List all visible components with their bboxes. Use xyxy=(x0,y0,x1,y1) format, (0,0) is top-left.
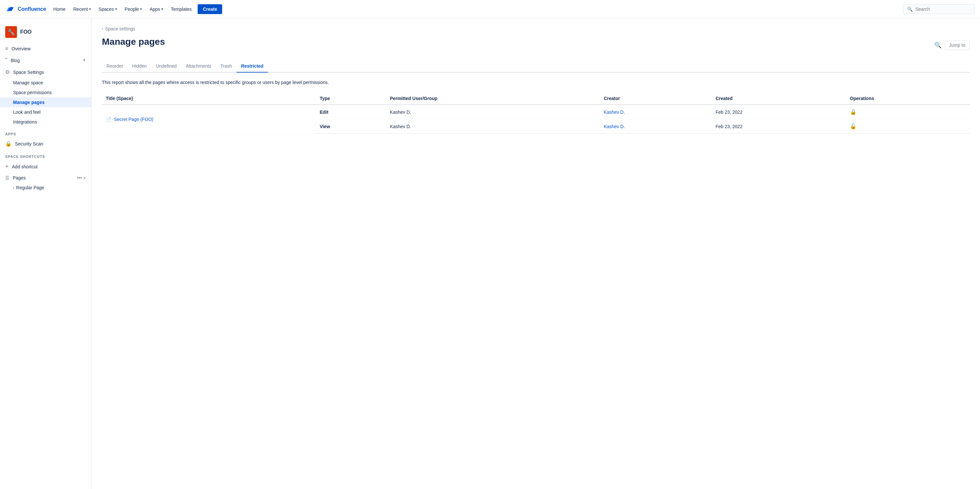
space-name: FOO xyxy=(20,29,32,35)
jump-to-button[interactable]: Jump to xyxy=(945,40,970,50)
row1-created: Feb 23, 2022 xyxy=(711,105,846,119)
plus-icon: + xyxy=(5,163,9,170)
blog-add-icon[interactable]: + xyxy=(82,57,86,64)
col-created: Created xyxy=(711,92,846,105)
shortcuts-section-label: SPACE SHORTCUTS xyxy=(0,150,91,161)
pages-label: Pages xyxy=(13,175,26,180)
pages-table: Title (Space) Type Permitted User/Group … xyxy=(102,92,970,134)
space-header: 🔧 FOO xyxy=(0,24,91,43)
row2-type: View xyxy=(316,119,386,134)
pages-add-icon[interactable]: + xyxy=(83,175,86,180)
col-creator: Creator xyxy=(600,92,711,105)
apps-section-label: APPS xyxy=(0,127,91,138)
col-title: Title (Space) xyxy=(102,92,316,105)
pages-more-icon[interactable]: ••• xyxy=(77,175,82,180)
row1-title: 📄 Secret Page (FOO) xyxy=(102,105,316,134)
sidebar-item-overview[interactable]: ≡ Overview xyxy=(0,43,91,54)
row2-operations: 🔓 xyxy=(846,119,970,134)
page-header-row: Manage pages 🔍 Jump to xyxy=(102,37,970,54)
logo[interactable]: Confluence xyxy=(5,4,46,14)
sidebar-security-scan-label: Security Scan xyxy=(15,141,86,147)
sidebar-item-security-scan[interactable]: 🔒 Security Scan xyxy=(0,138,91,150)
creator-link[interactable]: Kashev D. xyxy=(604,124,625,129)
chevron-down-icon: ▾ xyxy=(140,7,142,11)
add-shortcut-label: Add shortcut xyxy=(12,164,38,169)
main-content: ‹ Space settings Manage pages 🔍 Jump to … xyxy=(91,18,980,489)
search-box[interactable]: 🔍 xyxy=(903,4,975,14)
tab-hidden[interactable]: Hidden xyxy=(128,60,151,73)
col-operations: Operations xyxy=(846,92,970,105)
row2-created: Feb 23, 2022 xyxy=(711,119,846,134)
tabs-container: Reorder Hidden Undefined Attachments Tra… xyxy=(102,60,970,73)
lock-icon: 🔒 xyxy=(5,140,12,147)
sidebar-item-integrations[interactable]: Integrations xyxy=(0,117,91,127)
search-input[interactable] xyxy=(915,6,970,12)
nav-people[interactable]: People ▾ xyxy=(121,5,145,14)
pages-icon: ☰ xyxy=(5,175,10,180)
row2-permitted: Kashev D. xyxy=(386,119,600,134)
confluence-logo-text: Confluence xyxy=(18,6,46,12)
row1-permitted: Kashev D. xyxy=(386,105,600,119)
topnav: Confluence Home Recent ▾ Spaces ▾ People… xyxy=(0,0,980,18)
row1-operations: 🔒 xyxy=(846,105,970,119)
nav-apps[interactable]: Apps ▾ xyxy=(146,5,166,14)
col-permitted: Permitted User/Group xyxy=(386,92,600,105)
search-icon: 🔍 xyxy=(907,6,913,12)
lock-icon[interactable]: 🔓 xyxy=(850,124,856,129)
blog-icon: " xyxy=(5,57,7,64)
tab-undefined[interactable]: Undefined xyxy=(151,60,181,73)
search-icon-header[interactable]: 🔍 xyxy=(934,41,942,49)
row1-type: Edit xyxy=(316,105,386,119)
report-description: This report shows all the pages where ac… xyxy=(102,79,970,86)
pages-actions: ••• + xyxy=(77,175,86,180)
page-title: Manage pages xyxy=(102,37,165,47)
nav-templates[interactable]: Templates xyxy=(167,5,195,14)
add-shortcut[interactable]: + Add shortcut xyxy=(0,161,91,173)
chevron-down-icon: ▾ xyxy=(89,7,91,11)
row1-creator: Kashev D. xyxy=(600,105,711,119)
sidebar-page-regular-page-label: Regular Page xyxy=(16,185,45,190)
space-icon: 🔧 xyxy=(5,26,17,38)
table-row: 📄 Secret Page (FOO) Edit Kashev D. Kashe… xyxy=(102,105,970,119)
page-link[interactable]: Secret Page (FOO) xyxy=(114,117,154,122)
bullet-icon: • xyxy=(13,186,14,190)
nav-home[interactable]: Home xyxy=(50,5,68,14)
overview-icon: ≡ xyxy=(5,46,8,52)
tab-attachments[interactable]: Attachments xyxy=(181,60,216,73)
nav-recent[interactable]: Recent ▾ xyxy=(70,5,94,14)
breadcrumb[interactable]: ‹ Space settings xyxy=(102,26,970,31)
tab-trash[interactable]: Trash xyxy=(216,60,237,73)
chevron-down-icon: ▾ xyxy=(161,7,163,11)
nav-spaces[interactable]: Spaces ▾ xyxy=(95,5,120,14)
sidebar-item-look-and-feel[interactable]: Look and feel xyxy=(0,107,91,117)
pages-header[interactable]: ☰ Pages ••• + xyxy=(0,173,91,183)
sidebar-item-space-permissions[interactable]: Space permissions xyxy=(0,88,91,97)
sidebar-item-manage-space[interactable]: Manage space xyxy=(0,78,91,88)
sidebar-page-regular-page[interactable]: • Regular Page xyxy=(0,183,91,192)
create-button[interactable]: Create xyxy=(197,4,223,14)
sidebar: 🔧 FOO ≡ Overview " Blog + ⚙ Space Settin… xyxy=(0,18,91,489)
sidebar-item-space-settings[interactable]: ⚙ Space Settings xyxy=(0,66,91,78)
settings-icon: ⚙ xyxy=(5,69,10,75)
col-type: Type xyxy=(316,92,386,105)
page-icon: 📄 xyxy=(106,117,111,122)
tab-reorder[interactable]: Reorder xyxy=(102,60,128,73)
lock-icon[interactable]: 🔒 xyxy=(850,109,856,115)
back-arrow-icon: ‹ xyxy=(102,27,103,31)
layout: 🔧 FOO ≡ Overview " Blog + ⚙ Space Settin… xyxy=(0,18,980,489)
breadcrumb-text: Space settings xyxy=(105,26,135,31)
chevron-down-icon: ▾ xyxy=(115,7,117,11)
sidebar-overview-label: Overview xyxy=(11,46,86,51)
creator-link[interactable]: Kashev D. xyxy=(604,110,625,115)
sidebar-blog-label: Blog xyxy=(10,58,79,63)
sidebar-space-settings-label: Space Settings xyxy=(13,70,86,75)
sidebar-item-manage-pages[interactable]: Manage pages xyxy=(0,97,91,107)
tab-restricted[interactable]: Restricted xyxy=(237,60,268,73)
sidebar-item-blog[interactable]: " Blog + xyxy=(0,54,91,66)
row2-creator: Kashev D. xyxy=(600,119,711,134)
confluence-logo-icon xyxy=(5,4,15,14)
